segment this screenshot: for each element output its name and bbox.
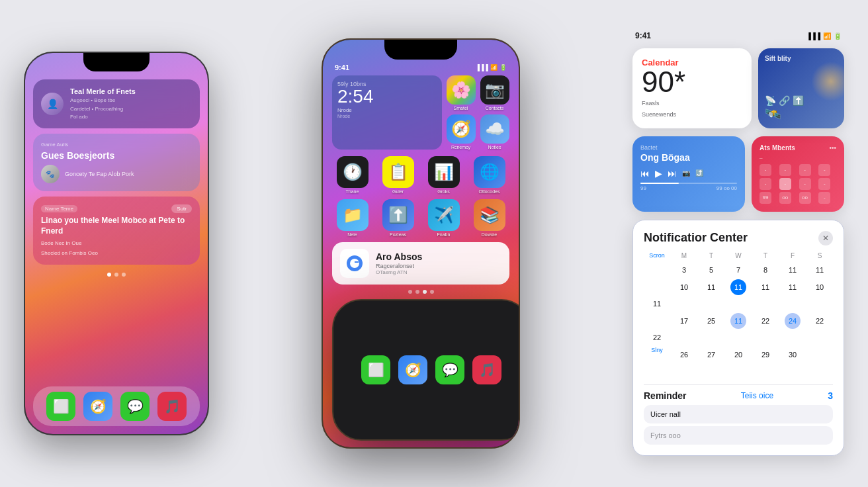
- nc-w4-d4[interactable]: 29: [758, 347, 773, 363]
- left-dock-icon-2[interactable]: 🧭: [83, 392, 112, 421]
- nc-w1-d6[interactable]: 11: [812, 262, 828, 278]
- center-dot-1: [408, 290, 412, 294]
- nc-wk2-lbl: [644, 279, 670, 295]
- center-phone-screen: 9:41 ▐▐▐ 📶 🔋 59ly 10bns 2:54 Nrode Nrode: [323, 40, 519, 447]
- center-dock-icon-1[interactable]: ⬜: [361, 355, 390, 384]
- podcast-share-icon[interactable]: ⤴️: [695, 169, 703, 177]
- files-icon: 📁: [337, 199, 369, 231]
- nc-week-1: 3 5 7 8 11 11: [644, 262, 833, 278]
- app-sug-title: Aro Absos: [376, 251, 422, 262]
- left-dock-icon-4[interactable]: 🎵: [157, 392, 187, 421]
- nc-w2-d7[interactable]: 11: [649, 296, 665, 312]
- appstore-icon: ⬆️: [382, 199, 414, 231]
- nc-day-w: W: [725, 252, 752, 259]
- center-dock-icon-2[interactable]: 🧭: [398, 355, 427, 384]
- mini-app-camera[interactable]: 📷 Contacts: [480, 75, 509, 111]
- google-icon: [345, 254, 364, 273]
- mini-app-weather[interactable]: ☁️ Notles: [480, 114, 509, 150]
- mini-app-photos[interactable]: 🌸 Smatel: [446, 75, 476, 111]
- nc-w3-d2[interactable]: 25: [703, 313, 719, 329]
- reminder-link[interactable]: Teiis oice: [741, 391, 773, 400]
- reminder-badge: 3: [828, 390, 833, 401]
- left-page-dots: [33, 270, 200, 279]
- center-dock-icon-3[interactable]: 💬: [435, 355, 464, 384]
- app-books[interactable]: 📚 Dowole: [469, 199, 509, 237]
- photos-label: Smatel: [454, 106, 468, 111]
- podcast-rewind-icon[interactable]: ⏮: [640, 168, 650, 179]
- wifi-icon: 📶: [490, 64, 498, 71]
- svg-point-1: [350, 259, 359, 268]
- fit-cell-4: -: [818, 164, 830, 176]
- nc-w2-d3-today[interactable]: 11: [730, 279, 746, 295]
- center-status-time: 9:41: [335, 64, 349, 71]
- left-notif-button[interactable]: Sutr: [171, 204, 192, 213]
- podcast-forward-icon[interactable]: ⏭: [668, 168, 677, 179]
- nc-days-header: Scron M T W T F S: [644, 252, 833, 259]
- nc-w2-d2[interactable]: 11: [703, 279, 719, 295]
- mini-app-safari[interactable]: 🧭 Rcnemcy: [446, 114, 476, 150]
- podcast-play-icon[interactable]: ▶: [655, 168, 662, 179]
- app-files[interactable]: 📁 Nele: [332, 199, 372, 237]
- nc-w4-d1[interactable]: 26: [676, 347, 692, 363]
- testflight-label: Fnabn: [437, 232, 451, 237]
- notes-label: Guler: [392, 189, 404, 194]
- nc-w1-d4[interactable]: 8: [758, 262, 773, 278]
- reminder-label: Reminder: [644, 390, 687, 401]
- nc-w1-d1[interactable]: 3: [676, 262, 692, 278]
- stocks-icon: 📊: [428, 156, 460, 188]
- center-dock-icon-4[interactable]: 🎵: [472, 355, 501, 384]
- nc-w3-d6[interactable]: 22: [812, 313, 828, 329]
- nc-w2-d6[interactable]: 10: [812, 279, 828, 295]
- fitness-more-icon[interactable]: •••: [829, 144, 836, 152]
- left-dock-icon-1[interactable]: ⬜: [46, 392, 75, 421]
- nc-close-button[interactable]: ✕: [818, 231, 833, 245]
- nc-w1-d5[interactable]: 11: [785, 262, 801, 278]
- left-notification-widget: Name Teme Sutr Linao you thele Meel Mobc…: [33, 197, 200, 265]
- nc-reminder: Reminder Teiis oice 3: [644, 384, 833, 401]
- nc-day-f: F: [779, 252, 806, 259]
- nc-w4-d5[interactable]: 30: [785, 347, 801, 363]
- nc-w1-d2[interactable]: 5: [703, 262, 719, 278]
- notification-center: Notificatior Center ✕ Scron M T W T F S: [632, 220, 844, 456]
- safari-label-mini: Rcnemcy: [451, 145, 470, 150]
- nc-calendar-grid: Scron M T W T F S 3 5 7 8 1: [644, 252, 833, 379]
- nc-w4-d3[interactable]: 20: [730, 347, 746, 363]
- translate-label: Ottocodes: [479, 189, 500, 194]
- weather-detail: Nrode: [337, 114, 437, 118]
- weather-icon-mini: ☁️: [480, 114, 509, 144]
- left-middle-row: 🐾 Goncety Te Fap Alob Pork: [41, 165, 192, 183]
- nc-w3-d7[interactable]: 22: [649, 330, 665, 345]
- nc-w2-d5[interactable]: 11: [785, 279, 801, 295]
- app-appstore[interactable]: ⬆️ Pozleas: [378, 199, 418, 237]
- right-status-time: 9:41: [635, 31, 651, 40]
- nc-w2-d4[interactable]: 11: [758, 279, 773, 295]
- notes-icon: 📋: [382, 156, 414, 188]
- nc-w3-d1[interactable]: 17: [676, 313, 692, 329]
- right-status-icons: ▐▐▐ 📶 🔋: [806, 32, 842, 40]
- left-notif-body: Bode Nec In Oue: [41, 240, 192, 247]
- nc-w3-d3-hl[interactable]: 11: [730, 313, 746, 329]
- app-suggestion-card[interactable]: Aro Absos Ragceralonset OTaemg ATN: [332, 242, 509, 285]
- testflight-icon: ✈️: [428, 199, 460, 231]
- fit-cell-5: -: [760, 178, 771, 190]
- app-notes[interactable]: 📋 Guler: [378, 156, 418, 194]
- left-notif-sub: Shecled on Fombis Oeo: [41, 249, 192, 257]
- app-translate[interactable]: 🌐 Ottocodes: [469, 156, 509, 194]
- app-stocks[interactable]: 📊 Groks: [423, 156, 464, 194]
- nc-w3-d5-hl[interactable]: 24: [785, 313, 801, 329]
- left-top-sub2: Cardetel • Procoathing: [70, 106, 192, 112]
- podcast-time-elapsed: 99: [640, 185, 646, 191]
- nc-w1-d3[interactable]: 7: [730, 262, 746, 278]
- weather-label-mini: Notles: [488, 145, 501, 150]
- left-dock-icon-3[interactable]: 💬: [120, 392, 150, 421]
- reminder-item[interactable]: Uicer nall: [644, 405, 833, 423]
- app-testflight[interactable]: ✈️ Fnabn: [423, 199, 464, 237]
- nc-cal-weeks: 3 5 7 8 11 11 10 11 11 11 11: [644, 262, 833, 379]
- nc-w2-d1[interactable]: 10: [676, 279, 692, 295]
- app-clock[interactable]: 🕐 Thane: [332, 156, 372, 194]
- fitness-widget: Ats Mbents ••• _ - - - - - - - - 99 oo o…: [752, 136, 844, 212]
- fit-cell-11: oo: [799, 192, 811, 204]
- reminder-item-2[interactable]: Fytrs ooo: [644, 426, 833, 445]
- nc-w4-d2[interactable]: 27: [703, 347, 719, 363]
- nc-w3-d4[interactable]: 22: [758, 313, 773, 329]
